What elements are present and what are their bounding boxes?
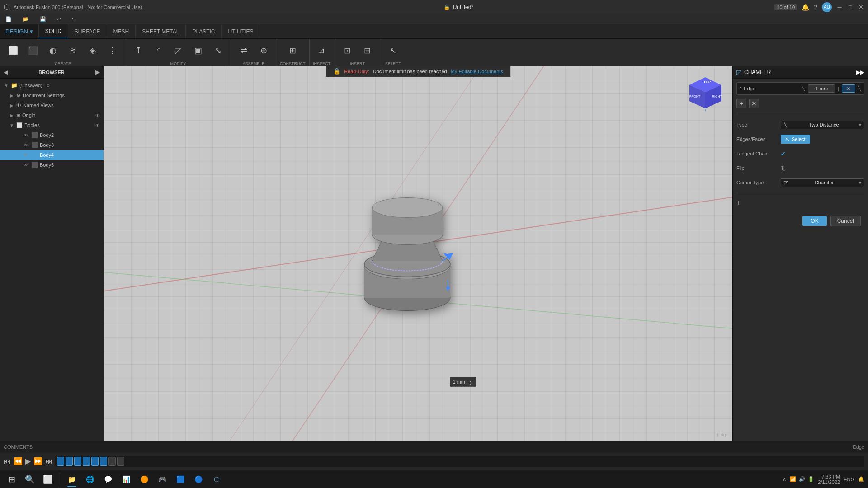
sidebar-item-body2[interactable]: 👁 Body2 [0,130,104,140]
taskbar-app5[interactable]: 🟦 [172,471,189,488]
eye-icon-b4[interactable]: 👁 [24,153,28,158]
tl-play[interactable]: ▶ [25,457,31,465]
design-dropdown[interactable]: DESIGN ▾ [0,24,39,38]
taskbar-edge[interactable]: 🌐 [82,471,98,488]
user-avatar[interactable]: AU [822,2,832,12]
tl-skip-start[interactable]: ⏮ [4,457,11,465]
tool-new-component[interactable]: ⬜ [4,40,23,61]
info-icon[interactable]: ℹ [737,200,740,206]
clock[interactable]: 7:33 PM 2/11/2022 [818,474,840,485]
panel-expand-btn[interactable]: ▶▶ [856,69,864,75]
corner-type-select[interactable]: ◸ Chamfer ▾ [781,178,864,187]
tool-more[interactable]: ⋮ [103,40,122,61]
tool-shell[interactable]: ▣ [189,40,208,61]
sidebar-item-body3[interactable]: 👁 Body3 [0,140,104,150]
notifications-icon[interactable]: 🔔 [802,4,809,11]
tab-solid[interactable]: SOLID [39,24,68,38]
tool-joint[interactable]: ⇌ [234,40,253,61]
timeline-track[interactable] [55,456,864,467]
remove-edge-btn[interactable]: ✕ [749,99,759,108]
tool-chamfer[interactable]: ◸ [169,40,188,61]
close-button[interactable]: ✕ [858,4,864,10]
measure-options[interactable]: ⋮ [467,378,473,385]
eye-icon-b3[interactable]: 👁 [24,143,28,148]
notification-bell[interactable]: 🔔 [858,476,864,482]
tl-thumb-3[interactable] [74,457,81,466]
tl-thumb-5[interactable] [91,457,99,466]
eye-icon[interactable]: 👁 [95,123,100,128]
taskbar-app1[interactable]: 💬 [100,471,116,488]
tool-fillet[interactable]: ◜ [149,40,168,61]
select-button[interactable]: ↖ Select [781,135,810,144]
tool-insert[interactable]: ⊡ [338,40,357,61]
sidebar-item-named-views[interactable]: ▶ 👁 Named Views [0,100,104,110]
tool-sweep[interactable]: ≋ [63,40,82,61]
restore-button[interactable]: □ [847,4,854,10]
taskbar-explorer[interactable]: 📁 [64,471,80,488]
taskbar-app3[interactable]: 🟠 [136,471,152,488]
tool-joint-origin[interactable]: ⊕ [254,40,273,61]
start-button[interactable]: ⊞ [4,471,20,488]
flip-icon[interactable]: ⇅ [781,165,786,172]
tool-extrude[interactable]: ⬛ [24,40,42,61]
tool-inspect[interactable]: ⊿ [312,40,331,61]
undo-btn[interactable]: ↩ [55,15,63,23]
type-select[interactable]: ╲ Two Distance ▾ [781,121,864,129]
eye-icon-b5[interactable]: 👁 [24,163,28,168]
viewport[interactable]: 🔒 Read-Only: Document limit has been rea… [104,66,732,441]
tab-sheet-metal[interactable]: SHEET METAL [136,24,186,38]
taskbar-separator [60,473,60,486]
tool-loft[interactable]: ◈ [83,40,102,61]
menu-open[interactable]: 📂 [21,15,31,23]
tl-skip-end[interactable]: ⏭ [45,457,52,465]
task-view-button[interactable]: ⬜ [40,471,56,488]
tab-mesh[interactable]: MESH [107,24,136,38]
taskbar-app6[interactable]: 🔵 [190,471,207,488]
tab-surface[interactable]: SURFACE [68,24,107,38]
tangent-chain-check[interactable]: ✔ [781,150,786,157]
expand-icon: ▶ [9,103,14,108]
sidebar-collapse-left[interactable]: ◀ [4,69,8,75]
sidebar-collapse-right[interactable]: ▶ [95,69,100,75]
tab-plastic[interactable]: PLASTIC [186,24,222,38]
menu-save[interactable]: 💾 [38,15,48,23]
eye-icon[interactable]: 👁 [95,113,100,118]
eye-icon-b2[interactable]: 👁 [24,133,28,138]
menu-file[interactable]: 📄 [4,15,14,23]
tool-press-pull[interactable]: ⤒ [129,40,148,61]
tl-next[interactable]: ⏩ [33,457,42,465]
cancel-button[interactable]: Cancel [830,216,861,226]
distance2-value[interactable]: 3 [842,84,855,93]
redo-btn[interactable]: ↪ [70,15,78,23]
taskbar-app2[interactable]: 📊 [118,471,134,488]
tool-construct[interactable]: ⊞ [283,40,302,61]
tl-thumb-1[interactable] [57,457,64,466]
tl-thumb-8[interactable] [117,457,124,466]
sidebar-item-origin[interactable]: ▶ ⊕ Origin 👁 [0,110,104,120]
sidebar-item-unsaved[interactable]: ▼ 📁 (Unsaved) ⚙ [0,80,104,90]
minimize-button[interactable]: ─ [836,4,843,10]
tab-utilities[interactable]: UTILITIES [222,24,260,38]
taskbar-fusion[interactable]: ⬡ [208,471,225,488]
tl-thumb-4[interactable] [83,457,90,466]
sidebar-item-bodies[interactable]: ▼ ⬜ Bodies 👁 [0,120,104,130]
sidebar-item-body5[interactable]: 👁 Body5 [0,160,104,170]
tl-thumb-7[interactable] [108,457,116,466]
tray-up-arrow[interactable]: ∧ [783,476,786,482]
tool-insert2[interactable]: ⊟ [358,40,377,61]
sidebar-item-body4[interactable]: 👁 Body4 [0,150,104,160]
tl-thumb-2[interactable] [66,457,73,466]
search-button[interactable]: 🔍 [22,471,38,488]
distance1-value[interactable]: 1 mm [808,84,835,93]
ok-button[interactable]: OK [802,216,826,226]
tool-scale[interactable]: ⤡ [208,40,227,61]
add-edge-btn[interactable]: + [736,99,746,108]
help-icon[interactable]: ? [814,4,817,11]
tl-prev[interactable]: ⏪ [14,457,23,465]
sidebar-item-doc-settings[interactable]: ▶ ⚙ Document Settings [0,90,104,100]
taskbar-app4[interactable]: 🎮 [154,471,170,488]
tool-select[interactable]: ↖ [384,40,403,61]
tool-revolve[interactable]: ◐ [43,40,62,61]
editable-docs-link[interactable]: My Editable Documents [451,69,503,74]
tl-thumb-6[interactable] [100,457,107,466]
